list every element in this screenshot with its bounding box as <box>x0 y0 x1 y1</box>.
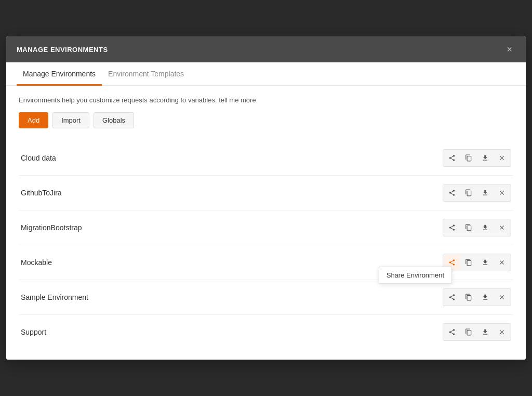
modal-body: Environments help you customize requests… <box>6 86 526 360</box>
share-button-cloud-data[interactable] <box>444 151 460 165</box>
action-buttons-group: Add Import Globals <box>19 112 513 128</box>
env-actions-migrationbootstrap <box>443 219 511 236</box>
manage-environments-modal: MANAGE ENVIRONMENTS × Manage Environment… <box>6 36 526 360</box>
share-icon <box>448 154 456 162</box>
download-button-githubtojira[interactable] <box>477 186 493 200</box>
env-actions-cloud-data <box>443 149 511 167</box>
share-button-githubtojira[interactable] <box>444 186 460 200</box>
env-row-migrationbootstrap: MigrationBootstrap <box>19 210 513 245</box>
duplicate-button-mockable[interactable] <box>461 255 476 270</box>
delete-button-migrationbootstrap[interactable] <box>494 220 510 235</box>
share-button-migrationbootstrap[interactable] <box>444 220 460 235</box>
env-actions-support <box>443 323 511 341</box>
delete-button-cloud-data[interactable] <box>494 151 510 165</box>
download-button-cloud-data[interactable] <box>477 151 493 165</box>
env-actions-githubtojira <box>443 184 511 202</box>
env-name: Support <box>21 328 46 336</box>
import-button[interactable]: Import <box>52 112 89 128</box>
description-text: Environments help you customize requests… <box>19 96 513 104</box>
duplicate-button-migrationbootstrap[interactable] <box>461 220 476 235</box>
share-button-sample-environment[interactable] <box>444 290 460 305</box>
duplicate-button-sample-environment[interactable] <box>461 290 476 305</box>
modal-overlay: MANAGE ENVIRONMENTS × Manage Environment… <box>0 0 532 396</box>
close-icon <box>498 189 506 196</box>
download-icon <box>482 328 489 336</box>
env-row-cloud-data: Cloud data <box>19 141 513 176</box>
environments-list: Cloud data <box>19 141 513 349</box>
duplicate-icon <box>465 294 472 301</box>
env-actions-mockable <box>443 254 511 271</box>
download-button-mockable[interactable] <box>477 255 493 270</box>
env-actions-sample-environment <box>443 288 511 306</box>
globals-button[interactable]: Globals <box>94 112 134 128</box>
env-row-githubtojira: GithubToJira <box>19 176 513 210</box>
duplicate-icon <box>465 189 472 196</box>
modal-title: MANAGE ENVIRONMENTS <box>17 46 108 54</box>
download-button-migrationbootstrap[interactable] <box>477 220 493 235</box>
download-button-support[interactable] <box>477 325 493 339</box>
env-name: Sample Environment <box>21 293 88 301</box>
env-row-support: Support <box>19 315 513 349</box>
modal-header: MANAGE ENVIRONMENTS × <box>6 36 526 62</box>
download-icon <box>482 294 489 301</box>
delete-button-mockable[interactable] <box>494 255 510 270</box>
duplicate-button-githubtojira[interactable] <box>461 186 476 200</box>
duplicate-icon <box>465 328 472 336</box>
delete-button-githubtojira[interactable] <box>494 186 510 200</box>
download-icon <box>482 224 489 231</box>
share-icon <box>448 224 456 231</box>
close-icon <box>498 259 506 266</box>
download-icon <box>482 154 489 162</box>
tab-manage-environments[interactable]: Manage Environments <box>17 62 102 86</box>
env-row-sample-environment: Sample Environment <box>19 280 513 315</box>
env-name: Mockable <box>21 258 52 267</box>
delete-button-support[interactable] <box>494 325 510 339</box>
add-button[interactable]: Add <box>19 112 48 128</box>
duplicate-icon <box>465 154 472 162</box>
duplicate-icon <box>465 224 472 231</box>
env-name: GithubToJira <box>21 189 62 197</box>
share-button-support[interactable] <box>444 325 460 339</box>
share-environment-tooltip: Share Environment <box>379 267 452 284</box>
share-icon <box>448 189 456 196</box>
env-row-mockable: Mockable <box>19 245 513 280</box>
duplicate-button-support[interactable] <box>461 325 476 339</box>
download-icon <box>482 259 489 266</box>
close-icon <box>498 154 506 162</box>
delete-button-sample-environment[interactable] <box>494 290 510 305</box>
close-icon <box>498 294 506 301</box>
env-name: MigrationBootstrap <box>21 223 82 232</box>
env-name: Cloud data <box>21 154 56 162</box>
duplicate-icon <box>465 259 472 266</box>
share-icon <box>448 294 456 301</box>
duplicate-button-cloud-data[interactable] <box>461 151 476 165</box>
close-icon <box>498 224 506 231</box>
share-icon <box>448 328 456 336</box>
share-icon <box>448 259 456 266</box>
tab-environment-templates[interactable]: Environment Templates <box>102 62 190 86</box>
close-button[interactable]: × <box>503 44 515 55</box>
close-icon <box>498 328 506 336</box>
download-icon <box>482 189 489 196</box>
download-button-sample-environment[interactable] <box>477 290 493 305</box>
tabs-container: Manage Environments Environment Template… <box>6 62 526 86</box>
